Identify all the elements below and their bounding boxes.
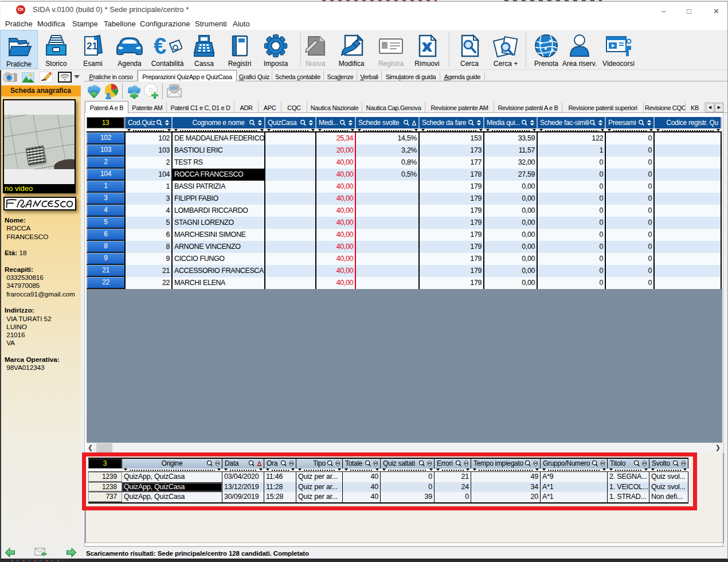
svg-text:€: € [154,33,166,58]
svg-text:21: 21 [87,41,97,52]
